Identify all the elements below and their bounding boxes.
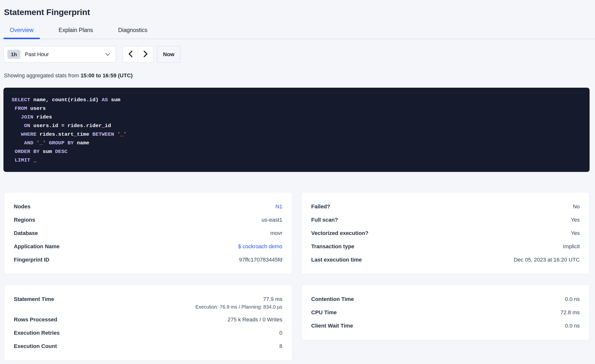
sql-line: ON users.id = rides.rider_id [12, 121, 580, 130]
last-execution-time-row: Last execution timeDec 05, 2023 at 16:20… [311, 256, 580, 263]
caption-prefix: Showing aggregated stats from [4, 72, 81, 79]
row-value: 0.0 ns [565, 296, 580, 302]
fingerprint-id-row: Fingerprint ID97ffc170783445fd [14, 256, 282, 263]
application-name-link[interactable]: $ cockroach demo [238, 243, 282, 249]
nodes-link[interactable]: N1 [275, 203, 282, 210]
statement-fingerprint-page: { "page": { "title": "Statement Fingerpr… [0, 0, 595, 364]
execution-attributes-card: Failed?NoFull scan?YesVectorized executi… [301, 192, 590, 274]
sql-line: WHERE rides.start_time BETWEEN '_' [12, 130, 580, 139]
row-value: Yes [571, 230, 580, 236]
time-range-select[interactable]: 1h Past Hour [3, 46, 116, 63]
row-value: Yes [571, 217, 580, 223]
row-label: Database [14, 230, 38, 237]
row-value-group: Yes [571, 216, 580, 223]
contention-time-row: Contention Time0.0 ns [311, 296, 580, 303]
row-label: Client Wait Time [311, 322, 353, 329]
tab-bar: OverviewExplain PlansDiagnostics [0, 24, 595, 39]
time-toolbar: 1h Past Hour Now [3, 46, 590, 63]
sql-line: LIMIT _ [12, 156, 580, 165]
execution-count-row: Execution Count8 [14, 343, 282, 350]
sql-line: SELECT name, count(rides.id) AS sum [12, 96, 580, 104]
aggregated-stats-caption: Showing aggregated stats from 15:00 to 1… [4, 72, 590, 79]
row-value: 0.0 ns [565, 323, 580, 329]
statement-time-row: Statement Time77.9 msExecution: 76.9 ms … [14, 296, 282, 310]
row-subvalue: Execution: 76.9 ms / Planning: 834.0 µs [195, 304, 282, 310]
row-value-group: movr [270, 230, 282, 237]
chevron-down-icon [105, 53, 110, 56]
row-value: 0 [279, 330, 282, 336]
time-range-badge: 1h [7, 50, 20, 59]
row-value: 275 k Reads / 0 Writes [228, 316, 282, 323]
prev-range-button[interactable] [123, 46, 138, 62]
row-label: Vectorized execution? [311, 230, 368, 237]
row-value-group: 0 [279, 330, 282, 336]
row-label: Transaction type [311, 243, 354, 250]
row-value: 8 [279, 343, 282, 349]
statement-times-card: Statement Time77.9 msExecution: 76.9 ms … [4, 285, 292, 361]
row-value-group: Implicit [563, 243, 580, 250]
execution-retries-row: Execution Retries0 [14, 330, 282, 336]
row-label: Regions [14, 216, 35, 223]
row-label: Rows Processed [14, 316, 57, 323]
row-label: Failed? [311, 203, 330, 210]
row-value: No [573, 203, 580, 210]
failed-row: Failed?No [311, 203, 580, 210]
row-label: Full scan? [311, 216, 338, 223]
row-label: Nodes [14, 203, 30, 210]
row-value-group: Yes [571, 230, 580, 237]
row-label: Fingerprint ID [14, 256, 49, 263]
page-title: Statement Fingerprint [4, 7, 590, 17]
full-scan-row: Full scan?Yes [311, 216, 580, 223]
row-label: Last execution time [311, 256, 362, 263]
row-value: 97ffc170783445fd [239, 257, 282, 263]
row-value-group: 72.8 ms [560, 309, 580, 316]
row-value-group: $ cockroach demo [238, 243, 282, 250]
application-name-row: Application Name$ cockroach demo [14, 243, 282, 250]
summary-cards-grid: NodesN1Regionsus-east1DatabasemovrApplic… [4, 192, 590, 361]
next-range-button[interactable] [138, 46, 153, 62]
row-value: movr [270, 230, 282, 236]
now-button[interactable]: Now [157, 46, 180, 63]
statement-details-card: NodesN1Regionsus-east1DatabasemovrApplic… [4, 192, 292, 274]
row-value-group: 275 k Reads / 0 Writes [228, 316, 282, 323]
database-row: Databasemovr [14, 230, 282, 237]
row-label: Execution Retries [14, 330, 60, 336]
row-label: Contention Time [311, 296, 354, 303]
sql-statement-box: SELECT name, count(rides.id) AS sum FROM… [3, 88, 590, 172]
row-value-group: 0.0 ns [565, 322, 580, 329]
regions-row: Regionsus-east1 [14, 216, 282, 223]
row-value-group: N1 [275, 203, 282, 210]
transaction-type-row: Transaction typeImplicit [311, 243, 580, 250]
row-value-group: Dec 05, 2023 at 16:20 UTC [514, 256, 580, 263]
vectorized-execution-row: Vectorized execution?Yes [311, 230, 580, 237]
client-wait-time-row: Client Wait Time0.0 ns [311, 322, 580, 329]
row-value-group: 0.0 ns [565, 296, 580, 303]
row-value: 72.8 ms [560, 309, 580, 315]
time-range-label: Past Hour [25, 51, 49, 58]
chevron-right-icon [143, 50, 148, 58]
resource-times-card: Contention Time0.0 nsCPU Time72.8 msClie… [301, 285, 590, 340]
row-label: Execution Count [14, 343, 57, 350]
tab-explain-plans[interactable]: Explain Plans [52, 24, 99, 39]
row-value-group: us-east1 [262, 216, 282, 223]
nodes-row: NodesN1 [14, 203, 282, 210]
row-value: us-east1 [262, 217, 282, 223]
tab-overview[interactable]: Overview [3, 24, 40, 39]
sql-line: JOIN rides [12, 113, 580, 121]
row-value: 77.9 ms [263, 296, 282, 302]
tab-diagnostics[interactable]: Diagnostics [112, 24, 154, 39]
sql-line: AND '_' GROUP BY name [12, 139, 580, 147]
chevron-left-icon [128, 50, 133, 58]
sql-line: ORDER BY sum DESC [12, 147, 580, 156]
row-value-group: 97ffc170783445fd [239, 256, 282, 263]
sql-statement: SELECT name, count(rides.id) AS sum FROM… [12, 96, 580, 165]
row-label: Application Name [14, 243, 60, 250]
row-value-group: No [573, 203, 580, 210]
caption-time-range: 15:00 to 16:59 (UTC) [81, 72, 133, 79]
row-value: Dec 05, 2023 at 16:20 UTC [514, 257, 580, 263]
rows-processed-row: Rows Processed275 k Reads / 0 Writes [14, 316, 282, 323]
row-value: Implicit [563, 243, 580, 249]
time-range-pager [123, 46, 153, 63]
row-value-group: 8 [279, 343, 282, 350]
row-value-group: 77.9 msExecution: 76.9 ms / Planning: 83… [195, 296, 282, 310]
